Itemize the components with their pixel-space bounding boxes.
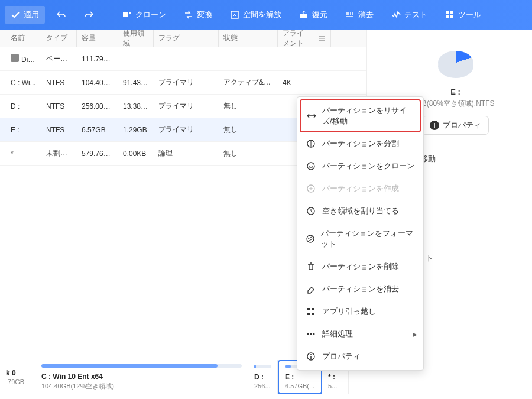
format-icon bbox=[306, 233, 315, 244]
ctx-resize[interactable]: パーティションをリサイズ/移動 bbox=[300, 99, 421, 132]
col-capacity[interactable]: 容量 bbox=[77, 30, 118, 47]
create-icon bbox=[306, 183, 316, 194]
ctx-delete[interactable]: パーティションを削除 bbox=[297, 255, 423, 278]
undo-icon bbox=[57, 10, 66, 20]
svg-point-8 bbox=[307, 163, 314, 170]
col-alignment[interactable]: アライメント bbox=[278, 30, 313, 47]
convert-icon bbox=[184, 10, 193, 20]
svg-rect-13 bbox=[312, 308, 314, 310]
redo-button[interactable] bbox=[78, 7, 99, 23]
svg-rect-12 bbox=[307, 308, 310, 310]
undo-button[interactable] bbox=[51, 7, 72, 23]
col-flag[interactable]: フラグ bbox=[154, 30, 219, 47]
col-used[interactable]: 使用領域 bbox=[118, 30, 154, 47]
ctx-create: パーティションを作成 bbox=[297, 177, 423, 200]
svg-rect-0 bbox=[123, 12, 128, 17]
convert-button[interactable]: 変換 bbox=[178, 6, 218, 24]
partition-card-d[interactable]: D : 256... bbox=[248, 360, 278, 394]
ctx-allocate[interactable]: 空き領域を割り当てる bbox=[297, 200, 423, 222]
chevron-right-icon: ▶ bbox=[413, 331, 417, 338]
svg-point-16 bbox=[307, 333, 309, 335]
col-name[interactable]: 名前 bbox=[6, 30, 41, 47]
svg-point-18 bbox=[313, 333, 315, 335]
split-icon bbox=[306, 138, 316, 149]
disk-icon bbox=[11, 54, 19, 62]
info-ctx-icon bbox=[306, 351, 316, 362]
svg-rect-4 bbox=[450, 11, 453, 14]
disk-card[interactable]: k 0 .79GB bbox=[0, 360, 35, 394]
tools-button[interactable]: ツール bbox=[439, 6, 487, 24]
test-icon bbox=[391, 10, 401, 20]
svg-rect-3 bbox=[446, 11, 449, 14]
list-icon bbox=[318, 34, 326, 43]
clone-button[interactable]: クローン bbox=[116, 6, 172, 24]
erase-button[interactable]: 消去 bbox=[339, 6, 379, 24]
migrate-icon bbox=[306, 306, 316, 317]
toolbar-separator bbox=[108, 7, 108, 23]
erase-ctx-icon bbox=[306, 284, 316, 294]
allocate-icon bbox=[306, 206, 316, 216]
restore-button[interactable]: 復元 bbox=[293, 6, 333, 24]
free-space-icon bbox=[230, 10, 239, 20]
restore-icon bbox=[299, 10, 309, 20]
svg-rect-2 bbox=[300, 14, 307, 18]
svg-rect-5 bbox=[446, 15, 449, 18]
free-space-button[interactable]: 空間を解放 bbox=[224, 6, 287, 24]
test-button[interactable]: テスト bbox=[385, 6, 433, 24]
ctx-format[interactable]: パーティションをフォーマット bbox=[297, 222, 423, 255]
svg-point-11 bbox=[307, 235, 314, 242]
ctx-split[interactable]: パーティションを分割 bbox=[297, 132, 423, 155]
delete-icon bbox=[306, 261, 316, 272]
disk-map: k 0 .79GB C : Win 10 Ent x64 104.40GB(12… bbox=[0, 355, 532, 399]
apply-button[interactable]: 適用 bbox=[5, 6, 45, 24]
svg-rect-6 bbox=[450, 15, 453, 18]
usage-bar bbox=[254, 365, 271, 368]
main-toolbar: 適用 クローン 変換 空間を解放 復元 消去 テスト ツール bbox=[0, 0, 532, 30]
ctx-advanced[interactable]: 詳細処理 ▶ bbox=[297, 323, 423, 345]
svg-point-17 bbox=[310, 333, 312, 335]
check-icon bbox=[11, 10, 20, 20]
col-options[interactable] bbox=[313, 30, 331, 47]
more-icon bbox=[306, 329, 316, 339]
pie-chart bbox=[438, 47, 473, 83]
erase-icon bbox=[345, 10, 355, 20]
col-status[interactable]: 状態 bbox=[219, 30, 278, 47]
ctx-properties[interactable]: プロパティ bbox=[297, 345, 423, 368]
clone-ctx-icon bbox=[306, 161, 316, 171]
ctx-migrate[interactable]: アプリ引っ越し bbox=[297, 300, 423, 323]
usage-bar bbox=[41, 364, 242, 368]
side-title: E : bbox=[385, 87, 526, 96]
context-menu: パーティションをリサイズ/移動 パーティションを分割 パーティションをクローン … bbox=[297, 96, 424, 371]
info-icon: i bbox=[430, 121, 439, 130]
col-type[interactable]: タイプ bbox=[41, 30, 77, 47]
resize-icon bbox=[307, 111, 316, 121]
clone-icon bbox=[122, 10, 132, 20]
partition-card-c[interactable]: C : Win 10 Ent x64 104.40GB(12%空き領域) bbox=[35, 360, 248, 394]
svg-rect-15 bbox=[312, 313, 314, 315]
ctx-erase[interactable]: パーティションを消去 bbox=[297, 278, 423, 300]
properties-button[interactable]: i プロパティ bbox=[422, 116, 489, 135]
redo-icon bbox=[84, 10, 93, 20]
svg-rect-14 bbox=[307, 313, 310, 315]
tools-icon bbox=[445, 10, 455, 20]
apply-label: 適用 bbox=[24, 9, 39, 20]
ctx-clone[interactable]: パーティションをクローン bbox=[297, 155, 423, 177]
